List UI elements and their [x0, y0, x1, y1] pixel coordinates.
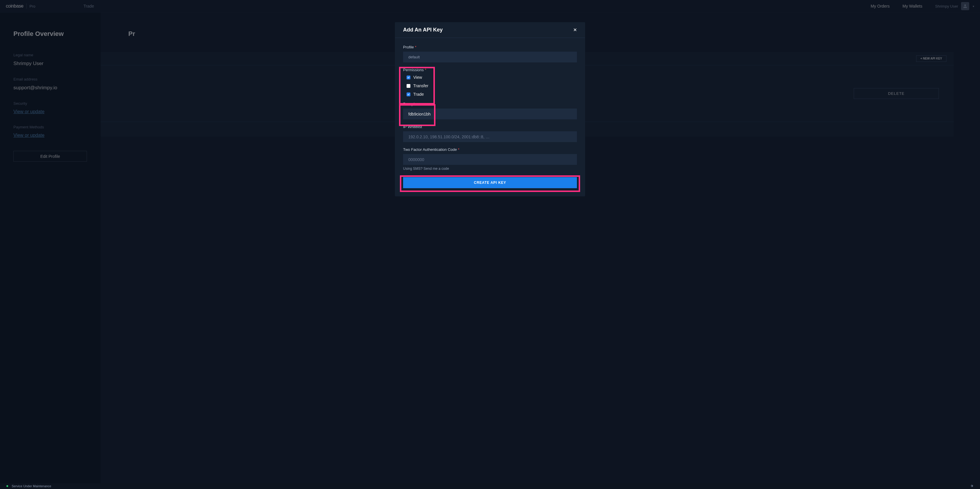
modal-title: Add An API Key — [403, 27, 443, 33]
modal-backdrop: Add An API Key ✕ Profile * default Permi… — [0, 0, 980, 489]
ipwhitelist-label: IP Whitelist — [403, 124, 577, 129]
permission-transfer[interactable]: Transfer — [407, 83, 577, 88]
profile-label: Profile * — [403, 45, 577, 49]
permission-label: View — [413, 75, 422, 80]
field-ip-whitelist: IP Whitelist — [403, 124, 577, 142]
checkbox-view[interactable] — [407, 76, 410, 80]
tfa-label: Two Factor Authentication Code * — [403, 147, 577, 152]
field-profile: Profile * default — [403, 45, 577, 62]
modal-body: Profile * default Permissions * ViewTran… — [395, 38, 585, 196]
passphrase-label: Passphrase — [403, 102, 577, 106]
create-api-key-button[interactable]: CREATE API KEY — [403, 177, 577, 188]
permission-trade[interactable]: Trade — [407, 92, 577, 97]
field-passphrase: Passphrase — [403, 102, 577, 119]
tfa-label-text: Two Factor Authentication Code — [403, 147, 457, 152]
profile-value: default — [408, 55, 420, 59]
field-tfa: Two Factor Authentication Code * — [403, 147, 577, 165]
permissions-label-text: Permissions — [403, 68, 424, 72]
status-text: Service Under Maintenance — [12, 484, 51, 488]
status-bar: Service Under Maintenance — [0, 483, 980, 489]
checkbox-trade[interactable] — [407, 92, 410, 96]
checkbox-transfer[interactable] — [407, 84, 410, 88]
profile-select[interactable]: default — [403, 52, 577, 62]
sms-code-link[interactable]: Using SMS? Send me a code — [403, 167, 577, 171]
permission-view[interactable]: View — [407, 75, 577, 80]
add-api-key-modal: Add An API Key ✕ Profile * default Permi… — [395, 22, 585, 196]
tfa-input[interactable] — [403, 154, 577, 165]
permissions-label: Permissions * — [403, 68, 577, 72]
status-dot-icon — [6, 485, 8, 487]
permission-label: Trade — [413, 92, 424, 97]
modal-header: Add An API Key ✕ — [395, 22, 585, 38]
field-permissions: Permissions * ViewTransferTrade — [403, 68, 577, 97]
passphrase-input[interactable] — [403, 108, 577, 119]
permission-label: Transfer — [413, 83, 428, 88]
close-icon[interactable]: ✕ — [573, 27, 577, 33]
ipwhitelist-input[interactable] — [403, 131, 577, 142]
profile-label-text: Profile — [403, 45, 414, 49]
permissions-list: ViewTransferTrade — [403, 75, 577, 97]
gear-icon[interactable] — [970, 484, 974, 488]
